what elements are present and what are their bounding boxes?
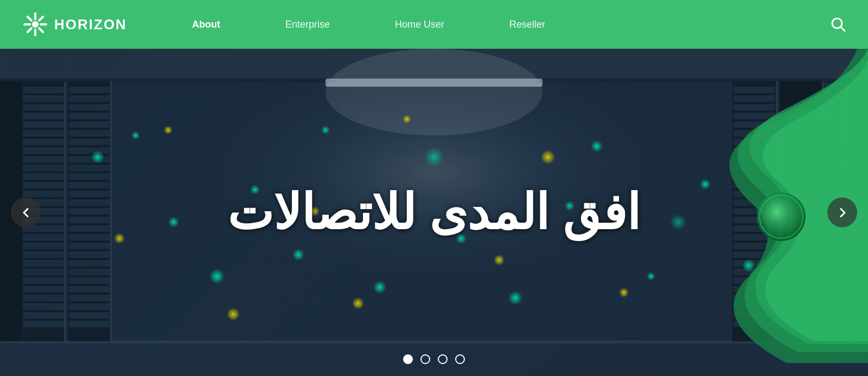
search-button[interactable] — [830, 16, 846, 33]
svg-rect-4 — [37, 27, 44, 34]
svg-point-113 — [91, 151, 104, 164]
svg-rect-74 — [69, 295, 110, 301]
svg-point-118 — [292, 249, 304, 261]
svg-rect-32 — [23, 191, 64, 197]
nav-item-about[interactable]: About — [159, 0, 253, 49]
svg-point-9 — [32, 21, 39, 28]
carousel-dot-2[interactable] — [420, 354, 430, 364]
svg-point-123 — [508, 291, 522, 305]
svg-rect-22 — [23, 104, 64, 111]
svg-rect-54 — [69, 121, 110, 128]
svg-point-125 — [591, 140, 603, 152]
svg-rect-73 — [69, 286, 110, 293]
svg-point-119 — [321, 126, 330, 134]
svg-rect-39 — [23, 251, 64, 258]
svg-rect-38 — [23, 243, 64, 249]
svg-rect-70 — [69, 260, 110, 267]
svg-line-11 — [840, 27, 845, 31]
svg-point-134 — [352, 297, 364, 309]
svg-rect-3 — [40, 23, 47, 25]
svg-rect-85 — [733, 104, 775, 111]
chevron-right-icon — [837, 206, 848, 218]
svg-point-126 — [647, 272, 655, 281]
carousel-dot-1[interactable] — [403, 354, 413, 364]
carousel-dots — [403, 354, 465, 364]
navbar: HORIZON About Enterprise Home User Resel… — [0, 0, 868, 49]
logo[interactable]: HORIZON — [22, 11, 127, 38]
svg-rect-47 — [23, 321, 64, 327]
svg-rect-24 — [23, 121, 64, 128]
svg-rect-50 — [69, 87, 110, 93]
svg-rect-57 — [69, 147, 110, 154]
hero-text-container: افق المدى للاتصالات — [87, 186, 781, 239]
svg-rect-44 — [23, 295, 64, 301]
svg-point-120 — [373, 281, 386, 294]
logo-text: HORIZON — [54, 16, 127, 33]
svg-rect-42 — [23, 277, 64, 284]
svg-point-132 — [227, 308, 240, 321]
nav-item-enterprise[interactable]: Enterprise — [253, 0, 362, 49]
svg-rect-72 — [69, 277, 110, 284]
svg-rect-23 — [23, 113, 64, 119]
svg-rect-8 — [26, 15, 33, 22]
svg-rect-69 — [69, 251, 110, 258]
svg-rect-76 — [69, 312, 110, 319]
svg-rect-53 — [69, 113, 110, 119]
svg-rect-5 — [34, 29, 36, 36]
svg-rect-55 — [69, 130, 110, 137]
svg-rect-37 — [23, 234, 64, 241]
svg-rect-59 — [69, 165, 110, 171]
svg-rect-84 — [733, 95, 775, 102]
nav-links: About Enterprise Home User Reseller — [159, 0, 830, 49]
svg-rect-83 — [733, 87, 775, 93]
svg-rect-40 — [23, 260, 64, 267]
svg-point-121 — [424, 147, 444, 167]
svg-rect-7 — [23, 23, 31, 25]
svg-point-138 — [619, 288, 629, 297]
svg-rect-28 — [23, 156, 64, 163]
svg-rect-1 — [34, 12, 36, 20]
svg-rect-71 — [69, 269, 110, 275]
svg-rect-21 — [23, 95, 64, 102]
svg-rect-30 — [23, 173, 64, 180]
svg-point-137 — [541, 150, 555, 164]
svg-rect-56 — [69, 139, 110, 145]
svg-rect-60 — [69, 173, 110, 180]
svg-rect-2 — [37, 15, 44, 22]
svg-rect-19 — [64, 81, 66, 341]
svg-rect-6 — [26, 27, 33, 34]
svg-rect-27 — [23, 147, 64, 154]
svg-rect-29 — [23, 165, 64, 171]
chevron-left-icon — [20, 206, 32, 218]
carousel-prev-button[interactable] — [11, 198, 41, 228]
svg-point-131 — [164, 126, 173, 134]
svg-point-115 — [131, 131, 140, 140]
hero-section: افق المدى للاتصالات — [0, 49, 868, 376]
svg-rect-75 — [69, 303, 110, 310]
svg-rect-52 — [69, 104, 110, 111]
carousel-dot-4[interactable] — [455, 354, 465, 364]
svg-rect-26 — [23, 139, 64, 145]
svg-rect-41 — [23, 269, 64, 275]
svg-rect-45 — [23, 303, 64, 310]
svg-rect-68 — [69, 243, 110, 249]
carousel-next-button[interactable] — [827, 198, 857, 228]
search-icon — [830, 16, 846, 33]
svg-rect-51 — [69, 95, 110, 102]
svg-rect-86 — [733, 113, 775, 119]
nav-item-home-user[interactable]: Home User — [362, 0, 477, 49]
svg-point-80 — [326, 49, 542, 135]
svg-rect-31 — [23, 182, 64, 189]
svg-rect-46 — [23, 312, 64, 319]
nav-item-reseller[interactable]: Reseller — [477, 0, 578, 49]
svg-rect-25 — [23, 130, 64, 137]
svg-rect-20 — [23, 87, 64, 93]
svg-point-135 — [403, 115, 411, 124]
svg-rect-43 — [23, 286, 64, 293]
svg-point-129 — [742, 259, 755, 272]
svg-rect-77 — [69, 321, 110, 327]
carousel-dot-3[interactable] — [438, 354, 448, 364]
svg-point-116 — [209, 269, 225, 284]
hero-arabic-heading: افق المدى للاتصالات — [227, 185, 640, 239]
horizon-logo-icon — [22, 11, 49, 38]
